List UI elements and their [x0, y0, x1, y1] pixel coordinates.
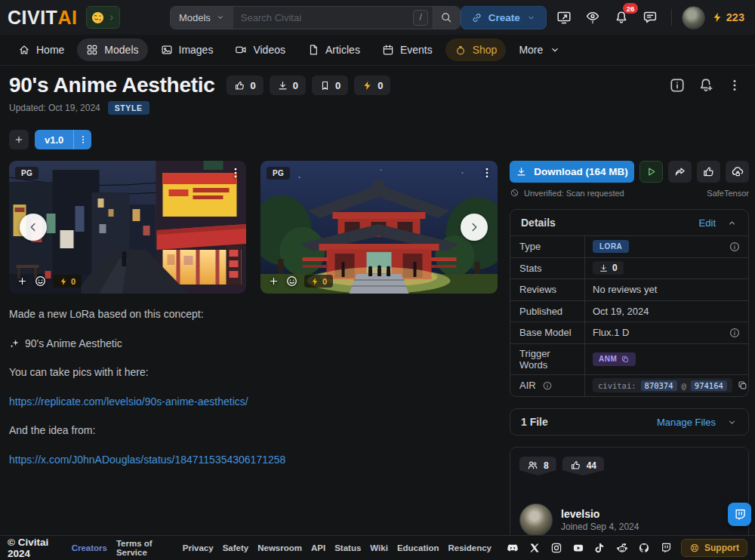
- user-avatar[interactable]: [682, 6, 705, 29]
- nav-item-images[interactable]: Images: [152, 38, 223, 61]
- nav-item-videos[interactable]: Videos: [226, 38, 294, 61]
- add-reaction-button[interactable]: [268, 275, 279, 287]
- footer-link-education[interactable]: Education: [397, 543, 439, 552]
- details-header: Details Edit: [510, 210, 748, 235]
- air-copy-button[interactable]: [737, 380, 748, 391]
- likes-stat[interactable]: 0: [226, 75, 263, 95]
- model-menu-button[interactable]: [723, 74, 746, 97]
- trigger-word-text: ANM: [599, 355, 617, 363]
- create-button[interactable]: Create: [461, 6, 547, 29]
- footer-link-terms[interactable]: Terms of Service: [116, 539, 174, 557]
- files-expand-button[interactable]: [726, 417, 738, 428]
- image-menu-button[interactable]: [480, 166, 494, 180]
- creator-card[interactable]: 8 44 levelsio Joined Sep 4, 2024: [510, 447, 749, 546]
- instagram-icon[interactable]: [550, 542, 562, 554]
- version-row: v1.0: [9, 130, 746, 149]
- description-line: https://x.com/J0hnADouglas/status/184711…: [9, 454, 498, 467]
- scan-status-row: Unverified: Scan requested SafeTensor: [510, 188, 749, 198]
- notifications-button[interactable]: 26: [610, 6, 633, 29]
- support-button[interactable]: Support: [681, 539, 747, 557]
- replicate-link[interactable]: https://replicate.com/levelsio/90s-anime…: [9, 395, 248, 409]
- x-post-link[interactable]: https://x.com/J0hnADouglas/status/184711…: [9, 454, 285, 467]
- emoji-reaction-button[interactable]: [285, 275, 298, 288]
- nav-item-events[interactable]: Events: [373, 38, 442, 61]
- tiktok-icon[interactable]: [594, 542, 606, 554]
- footer-link-api[interactable]: API: [311, 543, 325, 552]
- calendar-icon: [382, 44, 394, 56]
- details-title: Details: [521, 217, 556, 229]
- chevron-up-icon: [726, 217, 738, 229]
- details-edit-link[interactable]: Edit: [699, 217, 716, 229]
- lifebuoy-icon: [689, 543, 700, 553]
- image-menu-button[interactable]: [229, 166, 242, 180]
- footer-link-safety[interactable]: Safety: [223, 543, 249, 552]
- type-info-button[interactable]: [729, 241, 741, 253]
- browsing-level-button[interactable]: [581, 6, 604, 29]
- creator-likes-badge[interactable]: 44: [562, 457, 604, 475]
- discord-icon[interactable]: [507, 542, 519, 554]
- download-button[interactable]: Download (164 MB): [510, 161, 634, 183]
- chat-fab-button[interactable]: [728, 503, 751, 526]
- copyright: © Civitai 2024: [8, 537, 63, 559]
- twitch-icon[interactable]: [660, 542, 672, 554]
- nav-item-more[interactable]: More: [510, 38, 570, 61]
- type-badge[interactable]: LORA: [593, 240, 629, 253]
- footer-link-wiki[interactable]: Wiki: [370, 543, 388, 552]
- footer-link-status[interactable]: Status: [334, 543, 361, 552]
- nav-item-shop[interactable]: Shop: [445, 38, 507, 61]
- run-model-button[interactable]: [639, 161, 663, 183]
- reddit-icon[interactable]: [616, 542, 628, 554]
- followers-badge[interactable]: 8: [519, 457, 556, 475]
- nav-item-home[interactable]: Home: [9, 38, 73, 61]
- add-version-button[interactable]: [9, 130, 29, 149]
- nav-item-articles[interactable]: Articles: [298, 38, 369, 61]
- bookmarks-stat[interactable]: 0: [312, 75, 348, 95]
- nav-item-models[interactable]: Models: [77, 38, 147, 61]
- notification-count-badge: 26: [623, 3, 638, 14]
- x-icon[interactable]: [528, 542, 541, 554]
- chat-button[interactable]: [639, 6, 661, 29]
- like-button[interactable]: [697, 161, 720, 183]
- version-button[interactable]: v1.0: [35, 130, 91, 149]
- footer-link-residency[interactable]: Residency: [448, 543, 492, 552]
- details-collapse-button[interactable]: [726, 217, 738, 229]
- details-row-reviews: Reviews No reviews yet: [510, 279, 748, 301]
- image-buzz-chip[interactable]: 0: [53, 275, 82, 288]
- info-icon: [729, 241, 741, 253]
- civitai-logo[interactable]: CIVITAI: [8, 7, 77, 29]
- version-menu[interactable]: [73, 130, 91, 149]
- youtube-icon[interactable]: [572, 542, 584, 554]
- vault-button[interactable]: [726, 161, 749, 183]
- plus-icon: [17, 275, 28, 287]
- search-button[interactable]: [433, 7, 460, 29]
- model-info-button[interactable]: [666, 74, 689, 97]
- manage-files-link[interactable]: Manage Files: [657, 417, 716, 428]
- holiday-emoji-button[interactable]: [86, 6, 120, 29]
- base-model-info-button[interactable]: [729, 327, 741, 339]
- search-input[interactable]: [241, 12, 409, 23]
- carousel-prev-button[interactable]: [20, 214, 47, 241]
- category-badge[interactable]: STYLE: [108, 101, 149, 115]
- add-reaction-button[interactable]: [17, 275, 28, 287]
- footer-link-creators[interactable]: Creators: [72, 543, 107, 552]
- image-reactions: 0: [268, 275, 333, 288]
- trigger-word-badge[interactable]: ANM: [593, 352, 636, 366]
- share-button[interactable]: [668, 161, 692, 183]
- creator-username[interactable]: levelsio: [561, 508, 639, 520]
- creator-joined-date: Joined Sep 4, 2024: [561, 522, 639, 532]
- github-icon[interactable]: [638, 542, 650, 554]
- creator-avatar[interactable]: [519, 503, 553, 537]
- carousel-next-button[interactable]: [461, 214, 488, 241]
- emoji-reaction-button[interactable]: [34, 275, 47, 288]
- base-model-value: Flux.1 D: [593, 327, 629, 338]
- follow-notifications-button[interactable]: [695, 74, 717, 97]
- search-category-dropdown[interactable]: Models: [171, 7, 233, 29]
- downloads-stat[interactable]: 0: [270, 75, 306, 95]
- buzz-stat[interactable]: 0: [354, 75, 390, 95]
- screencast-button[interactable]: [553, 6, 575, 29]
- buzz-balance[interactable]: 223: [711, 11, 747, 23]
- footer-link-newsroom[interactable]: Newsroom: [257, 543, 302, 552]
- followers-count: 8: [544, 460, 549, 471]
- image-buzz-chip[interactable]: 0: [304, 275, 333, 288]
- air-info-button[interactable]: [542, 380, 553, 391]
